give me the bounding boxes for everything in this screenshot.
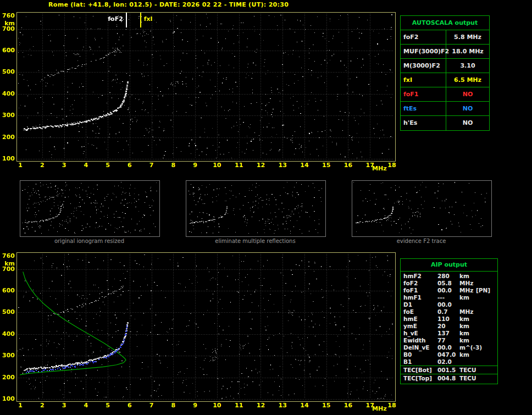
autoscala-row-MUF(3000)F2: MUF(3000)F218.0 MHz	[401, 45, 489, 59]
top-ionogram-canvas	[17, 13, 394, 160]
x-tick-label: 12	[254, 162, 267, 169]
autoscala-row-value: NO	[446, 87, 489, 101]
autoscala-output-header: AUTOSCALA output	[401, 16, 489, 30]
y-tick-label: 760	[1, 13, 15, 19]
autoscala-row-label: MUF(3000)F2	[401, 45, 446, 58]
aip-row-label: ymE	[403, 323, 437, 330]
aip-row-unit: km	[459, 337, 476, 344]
aip-row-foF2: foF205.8MHz	[401, 280, 497, 287]
autoscala-row-fxI: fxI6.5 MHz	[401, 73, 489, 87]
aip-row-label: Ewidth	[403, 337, 437, 344]
aip-row-TEC[Top]: TEC[Top]004.8TECU	[401, 374, 497, 382]
x-tick-label: 15	[320, 402, 332, 409]
aip-row-D1: D100.0	[401, 301, 497, 308]
aip-row-unit: MHz	[459, 280, 476, 287]
aip-row-note	[476, 323, 497, 330]
aip-row-note	[476, 351, 497, 358]
x-tick-label: 4	[80, 402, 92, 409]
aip-row-label: DelN_vE	[403, 344, 437, 351]
aip-row-note	[476, 280, 497, 287]
autoscala-row-value: 3.10	[446, 59, 489, 73]
aip-row-unit	[459, 301, 476, 308]
x-tick-label: 4	[80, 162, 92, 169]
thumbnail-original-ionogram	[20, 180, 160, 237]
aip-row-hmF2: hmF2280km	[401, 273, 497, 280]
aip-row-unit	[459, 358, 476, 366]
aip-row-hmE: hmE110km	[401, 316, 497, 323]
aip-row-unit: MHz	[459, 287, 476, 294]
autoscala-row-value: NO	[446, 116, 489, 130]
autoscala-row-label: h'Es	[401, 116, 446, 130]
x-tick-label: 6	[124, 162, 136, 169]
y-axis-unit-label: km	[1, 20, 15, 27]
aip-row-value: 00.0	[437, 287, 459, 294]
aip-row-label: foF2	[403, 280, 437, 287]
x-tick-label: 9	[189, 162, 201, 169]
autoscala-row-foF1: foF1NO	[401, 87, 489, 102]
aip-row-hmF1: hmF1---km	[401, 294, 497, 301]
fof2-marker-label: foF2	[106, 15, 123, 23]
y-tick-label: 200	[1, 134, 15, 141]
aip-row-value: 047.0	[437, 351, 459, 358]
aip-row-note	[476, 308, 497, 316]
aip-row-value: 004.8	[437, 374, 459, 382]
autoscala-row-M(3000)F2: M(3000)F23.10	[401, 59, 489, 73]
x-tick-label: 12	[254, 402, 267, 409]
autoscala-row-value: NO	[446, 102, 489, 115]
x-tick-label: 16	[342, 402, 354, 409]
thumbnail-canvas-reflections	[186, 181, 324, 235]
fxi-marker-label: fxI	[144, 15, 153, 23]
x-tick-label: 1	[14, 402, 26, 409]
x-tick-label: 2	[36, 162, 48, 169]
autoscala-row-label: foF1	[401, 87, 446, 101]
thumbnail-evidence-f2	[352, 180, 492, 237]
y-tick-label: 100	[1, 396, 15, 402]
aip-row-unit: km	[459, 351, 476, 358]
aip-row-value: 77	[437, 337, 459, 344]
y-tick-label: 600	[1, 287, 15, 294]
aip-row-unit: km	[459, 273, 476, 280]
x-tick-label: 13	[276, 162, 289, 169]
aip-row-unit: TECU	[459, 366, 476, 374]
autoscala-screen: Rome (lat: +41.8, lon: 012.5) - DATE: 20…	[0, 0, 532, 415]
aip-row-label: D1	[403, 301, 437, 308]
y-tick-label: 600	[1, 47, 15, 54]
x-tick-label: 8	[167, 402, 179, 409]
aip-row-label: TEC[Bot]	[403, 366, 437, 374]
aip-row-foE: foE0.7MHz	[401, 308, 497, 316]
aip-row-value: 001.5	[437, 366, 459, 374]
aip-row-note	[476, 316, 497, 323]
aip-output-panel: AIP output hmF2280kmfoF205.8MHzfoF100.0M…	[400, 258, 498, 384]
bottom-ionogram-canvas	[17, 253, 394, 400]
aip-row-value: 110	[437, 316, 459, 323]
autoscala-row-value: 18.0 MHz	[446, 45, 489, 58]
thumbnail-caption-original: original ionogram resized	[19, 238, 159, 244]
y-tick-label: 760	[1, 253, 15, 259]
bottom-ionogram-plot: 760700600500400300200100km12345678910111…	[16, 252, 396, 402]
aip-row-TEC[Bot]: TEC[Bot]001.5TECU	[401, 366, 497, 374]
thumbnail-caption-reflections: eliminate multiple reflections	[185, 238, 325, 244]
x-tick-label: 3	[58, 402, 70, 409]
x-tick-label: 5	[102, 162, 114, 169]
aip-row-unit: km	[459, 316, 476, 323]
autoscala-rows: foF25.8 MHzMUF(3000)F218.0 MHzM(3000)F23…	[401, 30, 489, 130]
aip-row-value: 0.7	[437, 308, 459, 316]
aip-row-Ewidth: Ewidth77km	[401, 337, 497, 344]
x-tick-label: 6	[124, 402, 136, 409]
x-tick-label: 10	[211, 402, 223, 409]
aip-row-unit: km	[459, 323, 476, 330]
aip-row-label: TEC[Top]	[403, 374, 437, 382]
aip-row-label: foE	[403, 308, 437, 316]
aip-row-unit: m^(-3)	[459, 344, 476, 351]
aip-row-value: 00.0	[437, 344, 459, 351]
thumbnail-canvas-original	[20, 181, 158, 235]
aip-row-value: 02.0	[437, 358, 459, 366]
x-tick-label: 3	[58, 162, 70, 169]
x-tick-label: 18	[386, 402, 398, 409]
x-tick-label: 15	[320, 162, 332, 169]
x-tick-label: 8	[167, 162, 179, 169]
x-axis-unit-label: MHz	[372, 165, 387, 172]
autoscala-row-label: foF2	[401, 30, 446, 44]
aip-row-note	[476, 294, 497, 301]
y-tick-label: 200	[1, 374, 15, 381]
